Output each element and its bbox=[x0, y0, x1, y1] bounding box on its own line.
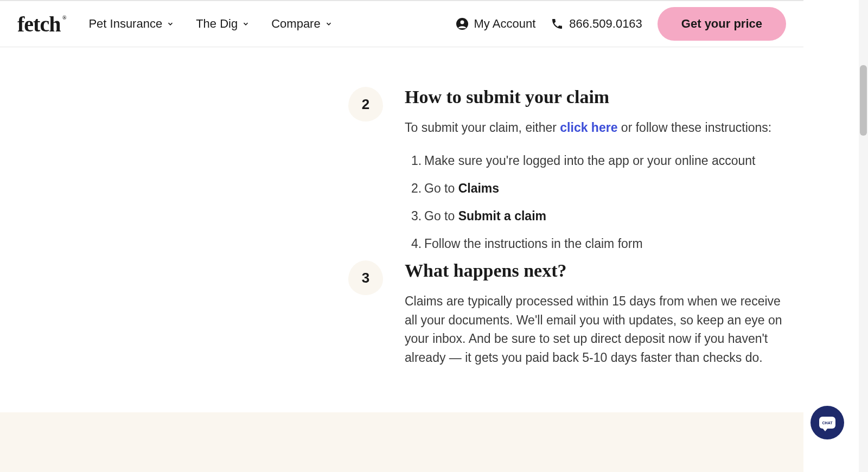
list-item-bold: Claims bbox=[458, 181, 499, 195]
step-3-section: 3 What happens next? Claims are typicall… bbox=[348, 260, 795, 367]
scrollbar-thumb[interactable] bbox=[860, 65, 867, 136]
step-2-badge: 2 bbox=[348, 87, 383, 122]
list-item: Follow the instructions in the claim for… bbox=[411, 233, 771, 254]
chat-icon: CHAT bbox=[819, 417, 835, 429]
account-icon bbox=[456, 17, 469, 30]
step-3-content: What happens next? Claims are typically … bbox=[405, 260, 795, 367]
intro-text-before: To submit your claim, either bbox=[405, 120, 560, 135]
step-3-badge: 3 bbox=[348, 260, 383, 295]
click-here-link[interactable]: click here bbox=[560, 120, 617, 135]
nav-compare[interactable]: Compare bbox=[271, 17, 332, 31]
nav-menu: Pet Insurance The Dig Compare bbox=[88, 17, 455, 31]
nav-pet-insurance[interactable]: Pet Insurance bbox=[88, 17, 174, 31]
chevron-down-icon bbox=[167, 20, 174, 28]
step-3-title: What happens next? bbox=[405, 260, 795, 281]
site-header: fetch Pet Insurance The Dig Compare My A… bbox=[0, 0, 803, 47]
step-2-list: Make sure you're logged into the app or … bbox=[405, 150, 771, 254]
step-3-body: Claims are typically processed within 15… bbox=[405, 292, 795, 367]
account-label: My Account bbox=[474, 17, 536, 31]
list-item: Make sure you're logged into the app or … bbox=[411, 150, 771, 171]
nav-label: The Dig bbox=[196, 17, 238, 31]
list-item: Go to Submit a claim bbox=[411, 206, 771, 227]
nav-label: Compare bbox=[271, 17, 320, 31]
list-item-bold: Submit a claim bbox=[458, 209, 546, 223]
step-2-section: 2 How to submit your claim To submit you… bbox=[348, 87, 771, 261]
nav-label: Pet Insurance bbox=[88, 17, 162, 31]
step-2-title: How to submit your claim bbox=[405, 87, 771, 107]
list-item-text: Make sure you're logged into the app or … bbox=[424, 154, 755, 168]
header-right: My Account 866.509.0163 Get your price bbox=[456, 7, 786, 41]
list-item-prefix: Go to bbox=[424, 181, 458, 195]
intro-text-after: or follow these instructions: bbox=[617, 120, 771, 135]
nav-the-dig[interactable]: The Dig bbox=[196, 17, 250, 31]
list-item-prefix: Go to bbox=[424, 209, 458, 223]
step-2-content: How to submit your claim To submit your … bbox=[405, 87, 771, 261]
get-your-price-button[interactable]: Get your price bbox=[658, 7, 786, 41]
phone-number: 866.509.0163 bbox=[569, 17, 642, 31]
step-2-intro: To submit your claim, either click here … bbox=[405, 118, 771, 137]
scrollbar[interactable] bbox=[859, 0, 868, 472]
phone-link[interactable]: 866.509.0163 bbox=[551, 17, 642, 31]
logo[interactable]: fetch bbox=[17, 11, 60, 37]
phone-icon bbox=[551, 17, 564, 30]
my-account-link[interactable]: My Account bbox=[456, 17, 536, 31]
list-item: Go to Claims bbox=[411, 178, 771, 199]
svg-point-1 bbox=[460, 21, 464, 24]
chevron-down-icon bbox=[325, 20, 333, 28]
chat-button[interactable]: CHAT bbox=[810, 406, 844, 439]
list-item-text: Follow the instructions in the claim for… bbox=[424, 237, 643, 251]
bottom-section bbox=[0, 412, 803, 472]
chevron-down-icon bbox=[242, 20, 250, 28]
